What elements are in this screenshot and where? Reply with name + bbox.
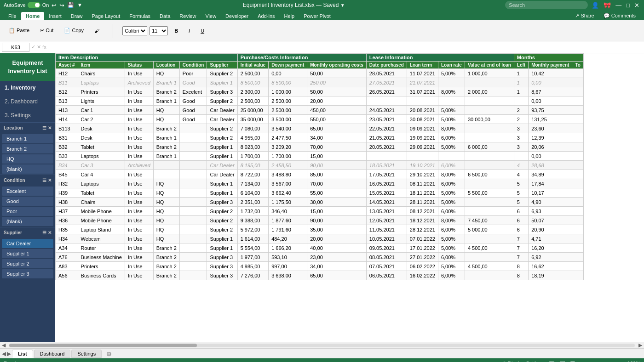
table-cell[interactable]: 10,42 bbox=[529, 69, 572, 78]
table-row[interactable]: H38ChairsIn UseHQSupplier 32 351,001 175… bbox=[56, 198, 584, 207]
table-row[interactable]: H34WebcamIn UseHQSupplier 11 614,00484,2… bbox=[56, 234, 584, 243]
table-row[interactable]: A83PrintersIn UseBranch 2Supplier 34 985… bbox=[56, 262, 584, 271]
table-cell[interactable]: 3 bbox=[514, 133, 528, 142]
table-cell[interactable]: 7 276,00 bbox=[237, 271, 268, 280]
table-cell[interactable]: Supplier 2 bbox=[207, 207, 237, 216]
horizontal-scrollbar[interactable]: ◀ ▶ bbox=[0, 342, 644, 348]
table-cell[interactable]: 6 500,00 bbox=[465, 170, 514, 179]
table-cell[interactable]: H12 bbox=[56, 69, 78, 78]
table-cell[interactable]: 1 700,00 bbox=[269, 152, 307, 161]
table-cell[interactable]: 7 bbox=[514, 234, 528, 243]
table-cell[interactable] bbox=[179, 262, 207, 271]
sheet-tab-list[interactable]: List bbox=[12, 350, 33, 358]
table-row[interactable]: B33LaptopsIn UseBranch 1Supplier 11 700,… bbox=[56, 152, 584, 161]
table-cell[interactable]: 9 388,00 bbox=[237, 216, 268, 225]
table-cell[interactable]: Car Dealer bbox=[207, 115, 237, 124]
filter-supplier1[interactable]: Supplier 1 bbox=[2, 249, 53, 258]
table-row[interactable]: H36Mobile PhoneIn UseHQSupplier 29 388,0… bbox=[56, 216, 584, 225]
table-cell[interactable]: 34,89 bbox=[529, 170, 572, 179]
supplier-filter-icons[interactable]: ☰ ✕ bbox=[42, 230, 52, 235]
table-cell[interactable]: 1 bbox=[514, 69, 528, 78]
table-cell[interactable]: Branch 2 bbox=[153, 124, 179, 133]
table-cell[interactable]: 550,00 bbox=[307, 115, 367, 124]
table-cell[interactable]: HQ bbox=[153, 225, 179, 234]
table-cell[interactable]: 70,00 bbox=[307, 179, 367, 188]
table-cell[interactable] bbox=[465, 271, 514, 280]
table-cell[interactable]: 35 000,00 bbox=[237, 115, 268, 124]
view-normal-icon[interactable]: ▦ bbox=[549, 360, 555, 362]
table-cell[interactable]: 2 300,00 bbox=[237, 87, 268, 96]
table-cell[interactable]: 6,00% bbox=[438, 133, 465, 142]
scroll-sheets-left[interactable]: ◀ bbox=[2, 351, 6, 357]
sidebar-item-dashboard[interactable]: 2. Dashboard bbox=[0, 95, 55, 108]
table-cell[interactable]: Car 3 bbox=[78, 161, 125, 170]
format-painter-btn[interactable]: 🖌 bbox=[90, 26, 104, 35]
table-cell[interactable]: 593,10 bbox=[269, 253, 307, 262]
table-cell[interactable]: 07.01.2022 bbox=[407, 234, 438, 243]
table-cell[interactable]: 1 175,50 bbox=[269, 198, 307, 207]
table-cell[interactable]: Branch 1 bbox=[153, 96, 179, 106]
table-row[interactable]: H13Car 1In UseHQGoodCar Dealer25 000,002… bbox=[56, 106, 584, 115]
table-cell[interactable]: 15,00 bbox=[307, 207, 367, 216]
table-cell[interactable] bbox=[465, 96, 514, 106]
table-cell[interactable] bbox=[514, 96, 528, 106]
table-cell[interactable]: Chairs bbox=[78, 198, 125, 207]
table-cell[interactable] bbox=[465, 234, 514, 243]
table-cell[interactable]: 23.05.2021 bbox=[366, 115, 407, 124]
table-cell[interactable]: 450,00 bbox=[307, 106, 367, 115]
table-cell[interactable]: 7 bbox=[514, 243, 528, 253]
table-cell[interactable]: 70,00 bbox=[307, 142, 367, 152]
table-cell[interactable]: H38 bbox=[56, 198, 78, 207]
table-cell[interactable] bbox=[438, 78, 465, 87]
table-cell[interactable]: 8 500,00 bbox=[269, 78, 307, 87]
sidebar-item-inventory[interactable]: 1. Inventory bbox=[0, 81, 55, 95]
table-cell[interactable]: Supplier 3 bbox=[207, 87, 237, 96]
table-cell[interactable]: H13 bbox=[56, 106, 78, 115]
table-cell[interactable]: 5 bbox=[514, 188, 528, 198]
table-cell[interactable]: 5,00% bbox=[438, 142, 465, 152]
tab-draw[interactable]: Draw bbox=[66, 12, 87, 20]
table-row[interactable]: H39TabletIn UseHQSupplier 16 104,003 662… bbox=[56, 188, 584, 198]
table-cell[interactable] bbox=[572, 207, 583, 216]
table-cell[interactable]: 3 567,00 bbox=[269, 179, 307, 188]
table-cell[interactable]: Car Dealer bbox=[207, 161, 237, 170]
table-cell[interactable]: Archieved bbox=[125, 78, 153, 87]
table-cell[interactable]: H35 bbox=[56, 225, 78, 234]
table-cell[interactable]: 21.05.2021 bbox=[366, 133, 407, 142]
table-cell[interactable]: In Use bbox=[125, 96, 153, 106]
table-cell[interactable]: 8,00% bbox=[438, 87, 465, 96]
filter-poor[interactable]: Poor bbox=[2, 207, 53, 216]
table-cell[interactable]: 12.05.2021 bbox=[366, 216, 407, 225]
table-cell[interactable] bbox=[572, 225, 583, 234]
table-cell[interactable]: 346,40 bbox=[269, 207, 307, 216]
table-cell[interactable]: Lights bbox=[78, 96, 125, 106]
table-cell[interactable]: 20.08.2021 bbox=[407, 106, 438, 115]
table-cell[interactable]: Webcam bbox=[78, 234, 125, 243]
table-cell[interactable]: In Use bbox=[125, 271, 153, 280]
table-cell[interactable]: HQ bbox=[153, 69, 179, 78]
table-cell[interactable]: A83 bbox=[56, 262, 78, 271]
table-cell[interactable]: 1 614,00 bbox=[237, 234, 268, 243]
table-cell[interactable]: In Use bbox=[125, 124, 153, 133]
tab-help[interactable]: Help bbox=[280, 12, 299, 20]
search-input[interactable] bbox=[505, 1, 588, 9]
table-cell[interactable]: Archieved bbox=[125, 161, 153, 170]
table-row[interactable]: H14Car 2In UseHQGoodCar Dealer35 000,003… bbox=[56, 115, 584, 124]
table-cell[interactable]: 18.12.2021 bbox=[407, 216, 438, 225]
table-cell[interactable]: 0,00 bbox=[529, 96, 572, 106]
table-cell[interactable]: 24.05.2021 bbox=[366, 106, 407, 115]
table-cell[interactable]: 11.07.2021 bbox=[407, 69, 438, 78]
minimize-icon[interactable]: — bbox=[615, 1, 622, 10]
table-cell[interactable] bbox=[179, 188, 207, 198]
table-cell[interactable]: In Use bbox=[125, 179, 153, 188]
table-row[interactable]: H37Mobile PhoneIn UseHQSupplier 21 732,0… bbox=[56, 207, 584, 216]
table-cell[interactable]: 20,90 bbox=[529, 225, 572, 234]
bold-btn[interactable]: B bbox=[170, 26, 182, 35]
filter-blank-condition[interactable]: (blank) bbox=[2, 217, 53, 226]
table-cell[interactable]: Supplier 2 bbox=[207, 225, 237, 234]
table-cell[interactable]: In Use bbox=[125, 262, 153, 271]
table-cell[interactable]: Good bbox=[179, 115, 207, 124]
table-cell[interactable]: 6 bbox=[514, 225, 528, 234]
table-cell[interactable] bbox=[572, 106, 583, 115]
table-cell[interactable]: 50,07 bbox=[529, 216, 572, 225]
